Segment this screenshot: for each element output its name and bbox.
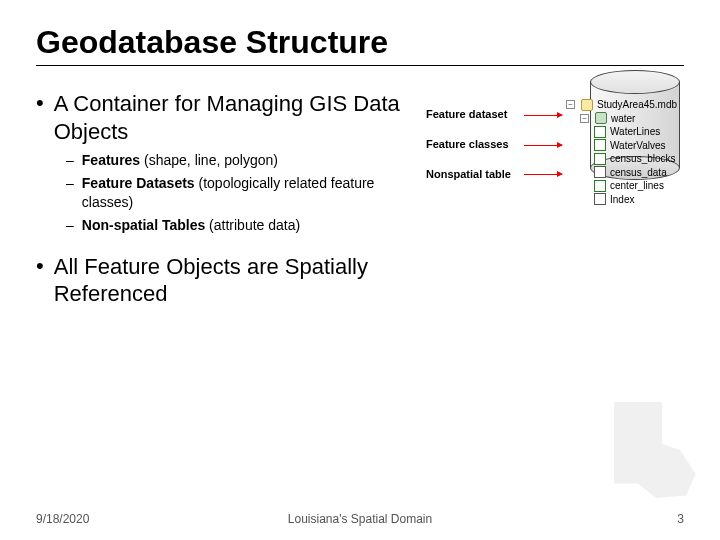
expander-icon: − xyxy=(580,114,589,123)
sub-bullet-3: – Non-spatial Tables (attribute data) xyxy=(66,216,416,235)
bullet-l1-2-text: All Feature Objects are Spatially Refere… xyxy=(54,253,416,308)
sub-bullet-3-text: Non-spatial Tables (attribute data) xyxy=(82,216,300,235)
tree-item-label: census_blocks xyxy=(610,152,676,166)
dash-icon: – xyxy=(66,174,74,212)
slide-title: Geodatabase Structure xyxy=(36,24,684,66)
arrow-icon xyxy=(524,174,562,175)
feature-class-icon xyxy=(594,153,606,165)
sub-bullet-1: – Features (shape, line, polygon) xyxy=(66,151,416,170)
slide: Geodatabase Structure • A Container for … xyxy=(0,0,720,540)
tree-dataset: − water xyxy=(580,112,677,126)
footer-date: 9/18/2020 xyxy=(36,512,89,526)
tree-item-label: center_lines xyxy=(610,179,664,193)
feature-class-icon xyxy=(594,180,606,192)
tree-item: WaterLines xyxy=(594,125,677,139)
footer: 9/18/2020 Louisiana's Spatial Domain 3 xyxy=(36,512,684,526)
sub-bullet-1-rest: (shape, line, polygon) xyxy=(140,152,278,168)
arrow-icon xyxy=(524,115,562,116)
tree-item: Index xyxy=(594,193,677,207)
left-column: • A Container for Managing GIS Data Obje… xyxy=(36,90,416,314)
label-nonspatial-table: Nonspatial table xyxy=(426,168,536,180)
dash-icon: – xyxy=(66,151,74,170)
tree-item: WaterValves xyxy=(594,139,677,153)
content-row: • A Container for Managing GIS Data Obje… xyxy=(36,90,684,314)
feature-class-icon xyxy=(594,126,606,138)
tree-root-label: StudyArea45.mdb xyxy=(597,98,677,112)
sub-bullet-1-bold: Features xyxy=(82,152,140,168)
label-feature-dataset: Feature dataset xyxy=(426,108,536,120)
tree-item: census_blocks xyxy=(594,152,677,166)
tree-dataset-label: water xyxy=(611,112,635,126)
sub-bullet-2-text: Feature Datasets (topologically related … xyxy=(82,174,416,212)
expander-icon: − xyxy=(566,100,575,109)
arrow-icon xyxy=(524,145,562,146)
tree-root: − StudyArea45.mdb xyxy=(566,98,677,112)
geodatabase-icon xyxy=(581,99,593,111)
dash-icon: – xyxy=(66,216,74,235)
diagram-labels: Feature dataset Feature classes Nonspati… xyxy=(426,108,536,198)
footer-page-number: 3 xyxy=(677,512,684,526)
feature-class-icon xyxy=(594,139,606,151)
tree-item-label: census_data xyxy=(610,166,667,180)
sub-bullet-2: – Feature Datasets (topologically relate… xyxy=(66,174,416,212)
sub-bullet-3-rest: (attribute data) xyxy=(205,217,300,233)
tree-item: center_lines xyxy=(594,179,677,193)
sub-bullet-1-text: Features (shape, line, polygon) xyxy=(82,151,278,170)
bullet-l1-1-text: A Container for Managing GIS Data Object… xyxy=(54,90,416,145)
tree-item: census_data xyxy=(594,166,677,180)
tree-item-label: WaterValves xyxy=(610,139,666,153)
tree-item-label: WaterLines xyxy=(610,125,660,139)
table-icon xyxy=(594,166,606,178)
sub-bullet-list: – Features (shape, line, polygon) – Feat… xyxy=(66,151,416,235)
diagram: Feature dataset Feature classes Nonspati… xyxy=(426,90,684,270)
sub-bullet-3-bold: Non-spatial Tables xyxy=(82,217,205,233)
label-feature-classes: Feature classes xyxy=(426,138,536,150)
bullet-l1-1: • A Container for Managing GIS Data Obje… xyxy=(36,90,416,145)
bullet-l1-2: • All Feature Objects are Spatially Refe… xyxy=(36,253,416,308)
sub-bullet-2-bold: Feature Datasets xyxy=(82,175,195,191)
bullet-dot-icon: • xyxy=(36,90,44,145)
feature-dataset-icon xyxy=(595,112,607,124)
bullet-dot-icon: • xyxy=(36,253,44,308)
tree-item-label: Index xyxy=(610,193,634,207)
tree-view: − StudyArea45.mdb − water WaterLines Wat… xyxy=(566,98,677,206)
footer-title: Louisiana's Spatial Domain xyxy=(288,512,432,526)
louisiana-watermark-icon xyxy=(590,390,710,510)
table-icon xyxy=(594,193,606,205)
